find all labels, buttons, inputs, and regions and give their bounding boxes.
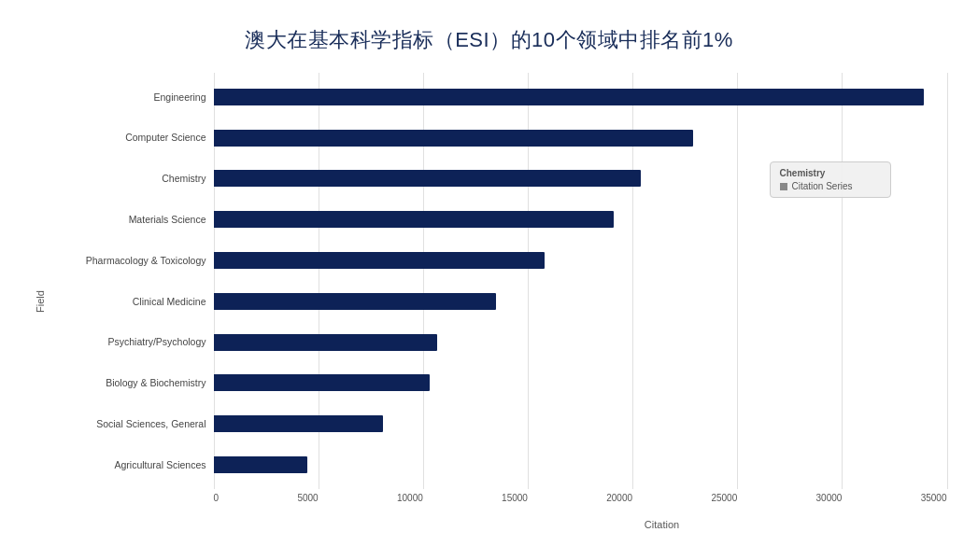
bar-row [214,372,947,393]
category-label: Computer Science [50,132,214,144]
bar [214,374,430,391]
chart-container: Field EngineeringComputer ScienceChemist… [32,73,947,530]
bar-row [214,332,947,353]
page-title: 澳大在基本科学指标（ESI）的10个领域中排名前1% [245,26,733,54]
bar-row [214,87,947,107]
x-axis-ticks: 05000100001500020000250003000035000 [214,489,947,517]
bar-row [214,291,947,312]
bar-row [214,168,947,189]
bars-area: EngineeringComputer ScienceChemistryMate… [50,73,947,489]
bar-row [214,209,947,230]
bar-row [214,455,947,475]
bar [214,130,694,147]
bar-row [214,128,947,148]
bar [214,334,438,351]
bar-row [214,413,947,434]
bar [214,293,497,310]
category-label: Psychiatry/Psychology [50,336,214,348]
category-label: Engineering [50,91,214,104]
chart-inner: EngineeringComputer ScienceChemistryMate… [50,73,947,530]
grid-line [947,73,948,489]
bar [214,252,545,269]
grid-and-bars: Chemistry Citation Series [214,73,947,489]
bottom-section: 05000100001500020000250003000035000 Cita… [50,489,947,530]
category-label: Materials Science [50,214,214,226]
category-label: Chemistry [50,173,214,185]
x-axis: 05000100001500020000250003000035000 [214,489,947,517]
x-tick-label: 0 [214,493,220,503]
category-label: Clinical Medicine [50,296,214,308]
bar [214,89,924,105]
x-tick-label: 15000 [502,493,528,503]
bar [214,456,308,473]
bars-list [214,73,947,489]
bar [214,415,384,432]
x-tick-label: 30000 [816,493,843,503]
x-tick-label: 25000 [711,493,737,503]
x-tick-label: 20000 [606,493,632,503]
bar-row [214,250,947,271]
category-label: Biology & Biochemistry [50,377,214,389]
x-tick-label: 35000 [921,493,947,503]
category-label: Pharmacology & Toxicology [50,255,214,267]
x-tick-label: 5000 [297,493,318,503]
y-axis-label: Field [32,73,49,530]
category-label: Agricultural Sciences [50,459,214,471]
category-labels: EngineeringComputer ScienceChemistryMate… [50,73,214,489]
category-label: Social Sciences, General [50,418,214,430]
x-axis-label: Citation [214,519,979,530]
bars-and-grid: Chemistry Citation Series [214,73,947,489]
x-tick-label: 10000 [397,493,423,503]
bar [214,211,614,228]
bar [214,170,642,187]
